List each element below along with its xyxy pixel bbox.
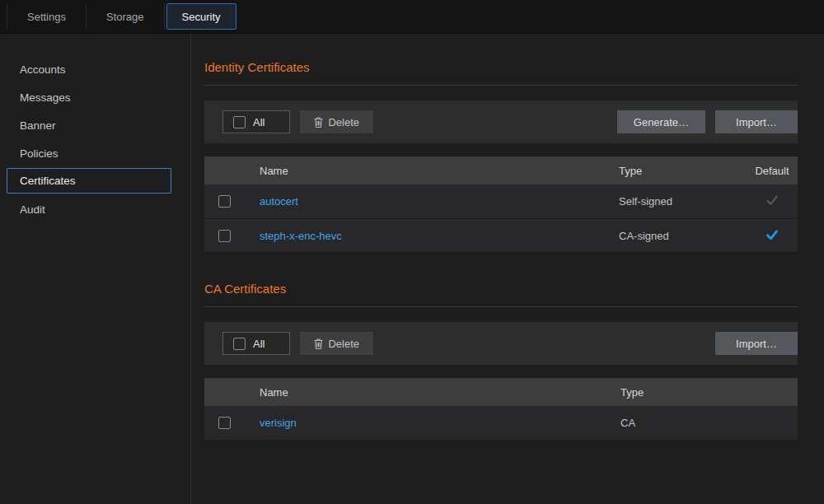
select-all-control[interactable]: All: [222, 332, 290, 355]
certificate-name-cell: steph-x-enc-hevc: [244, 230, 619, 242]
certificate-type: CA: [620, 417, 798, 429]
row-checkbox-cell: [204, 195, 244, 208]
select-all-label: All: [253, 116, 265, 128]
identity-toolbar: All Delete Generate… Import…: [204, 100, 798, 143]
generate-button[interactable]: Generate…: [617, 110, 705, 133]
tab-security[interactable]: Security: [166, 3, 236, 30]
select-all-checkbox[interactable]: [233, 338, 246, 350]
ca-certificates-table: Name Type verisign CA: [204, 378, 798, 440]
trash-icon: [314, 338, 323, 349]
section-divider: [204, 306, 798, 307]
set-default-check-icon[interactable]: [765, 194, 779, 207]
import-button[interactable]: Import…: [715, 110, 798, 133]
select-all-control[interactable]: All: [222, 110, 290, 133]
sidebar-item-messages[interactable]: Messages: [0, 83, 190, 111]
identity-certificates-title: Identity Certificates: [204, 54, 798, 85]
row-checkbox-cell: [204, 230, 244, 242]
certificate-type: Self-signed: [619, 195, 747, 208]
content-panel: Identity Certificates All Delete Generat…: [191, 34, 824, 504]
select-all-label: All: [253, 338, 265, 350]
ca-table-header: Name Type: [204, 378, 798, 406]
import-button[interactable]: Import…: [715, 332, 798, 355]
header-type: Type: [619, 165, 747, 177]
select-all-checkbox[interactable]: [233, 116, 246, 128]
header-name: Name: [244, 165, 619, 177]
certificate-link[interactable]: steph-x-enc-hevc: [260, 230, 342, 242]
header-type: Type: [620, 386, 798, 399]
certificate-name-cell: verisign: [244, 417, 620, 429]
delete-button[interactable]: Delete: [300, 110, 373, 133]
certificate-name-cell: autocert: [244, 195, 619, 208]
table-row: autocert Self-signed: [204, 184, 798, 218]
sidebar-item-policies[interactable]: Policies: [0, 139, 190, 167]
ca-toolbar: All Delete Import…: [204, 322, 798, 365]
delete-label: Delete: [328, 338, 359, 350]
table-row: steph-x-enc-hevc CA-signed: [204, 218, 798, 252]
sidebar-item-certificates[interactable]: Certificates: [7, 168, 171, 194]
row-checkbox-cell: [204, 417, 244, 429]
sidebar: Accounts Messages Banner Policies Certif…: [0, 34, 191, 504]
row-checkbox[interactable]: [218, 417, 231, 429]
identity-certificates-table: Name Type Default autocert Self-signed: [204, 156, 798, 252]
top-tab-bar: Settings Storage Security: [0, 0, 824, 34]
sidebar-item-accounts[interactable]: Accounts: [0, 55, 190, 83]
trash-icon: [314, 117, 323, 128]
sidebar-item-audit[interactable]: Audit: [0, 195, 190, 223]
delete-label: Delete: [328, 116, 359, 128]
tab-storage[interactable]: Storage: [87, 3, 165, 30]
default-check-icon[interactable]: [765, 228, 779, 241]
certificate-type: CA-signed: [619, 230, 747, 242]
header-default: Default: [747, 165, 798, 177]
main-area: Accounts Messages Banner Policies Certif…: [0, 34, 824, 504]
ca-certificates-title: CA Certificates: [204, 275, 798, 306]
identity-table-header: Name Type Default: [204, 156, 798, 184]
default-cell: [747, 228, 798, 244]
sidebar-item-banner[interactable]: Banner: [0, 111, 190, 139]
default-cell: [747, 194, 798, 209]
section-divider: [204, 85, 798, 86]
certificate-link[interactable]: autocert: [260, 195, 298, 208]
header-name: Name: [244, 386, 620, 399]
delete-button[interactable]: Delete: [300, 332, 373, 355]
table-row: verisign CA: [204, 406, 798, 440]
row-checkbox[interactable]: [218, 195, 231, 208]
row-checkbox[interactable]: [218, 230, 231, 242]
tab-settings[interactable]: Settings: [7, 3, 87, 30]
certificate-link[interactable]: verisign: [260, 417, 297, 429]
